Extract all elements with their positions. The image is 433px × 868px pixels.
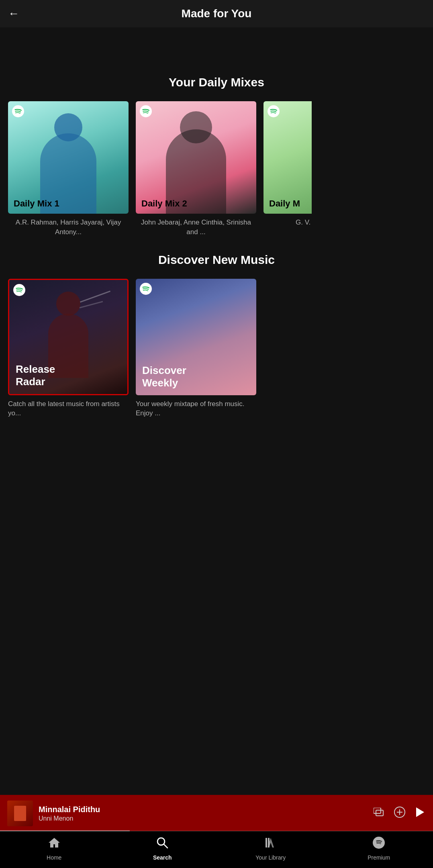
spotify-logo-dw (140, 283, 152, 295)
mix-card-3[interactable]: Daily M G. V. P Imman, Sa (263, 101, 312, 237)
discover-row: ReleaseRadar Catch all the latest music … (8, 279, 425, 419)
now-playing-controls (374, 806, 426, 821)
release-radar-card[interactable]: ReleaseRadar Catch all the latest music … (8, 279, 129, 419)
spotify-logo-mix2 (140, 105, 152, 117)
back-button[interactable]: ← (8, 7, 19, 20)
now-playing-title: Minnalai Pidithu (39, 805, 368, 814)
discover-section: Discover New Music ReleaseRadar Catch al… (0, 253, 433, 499)
mix1-desc: A.R. Rahman, Harris Jayaraj, Vijay Anton… (8, 218, 129, 237)
discover-weekly-thumb: DiscoverWeekly (136, 279, 256, 395)
discover-weekly-desc: Your weekly mixtape of fresh music. Enjo… (136, 399, 256, 419)
mix1-thumb: Daily Mix 1 (8, 101, 129, 214)
spotify-logo-mix1 (12, 105, 24, 117)
nav-item-search[interactable]: Search (146, 836, 178, 861)
nav-home-label: Home (47, 854, 61, 861)
home-icon (48, 836, 61, 852)
hero-space (0, 27, 433, 76)
discover-weekly-card[interactable]: DiscoverWeekly Your weekly mixtape of fr… (136, 279, 256, 419)
mix-card-1[interactable]: Daily Mix 1 A.R. Rahman, Harris Jayaraj,… (8, 101, 129, 237)
spotify-logo-rr (13, 284, 25, 296)
spotify-logo-mix3 (268, 105, 280, 117)
mix3-thumb: Daily M (263, 101, 312, 214)
page-title: Made for You (8, 7, 425, 20)
mix-card-2[interactable]: Daily Mix 2 John Jebaraj, Anne Cinthia, … (136, 101, 256, 237)
nav-library-label: Your Library (255, 854, 286, 861)
add-to-queue-icon[interactable] (394, 806, 406, 821)
svg-line-13 (164, 844, 167, 848)
discover-weekly-label: DiscoverWeekly (142, 364, 186, 389)
svg-point-16 (373, 837, 385, 849)
header: ← Made for You (0, 0, 433, 27)
play-button[interactable] (414, 806, 426, 821)
now-playing-artist: Unni Menon (39, 815, 368, 822)
now-playing-info: Minnalai Pidithu Unni Menon (39, 805, 368, 822)
discover-title: Discover New Music (8, 253, 425, 267)
svg-rect-14 (266, 838, 267, 848)
release-radar-label: ReleaseRadar (16, 363, 55, 388)
svg-marker-10 (416, 807, 424, 817)
nav-item-library[interactable]: Your Library (255, 836, 287, 861)
release-radar-desc: Catch all the latest music from artists … (8, 399, 129, 419)
nav-premium-label: Premium (368, 854, 390, 861)
mix3-desc: G. V. P Imman, Sa (263, 218, 312, 227)
mix2-label: Daily Mix 2 (141, 198, 187, 209)
nav-item-premium[interactable]: Premium (363, 836, 395, 861)
library-icon (264, 836, 277, 852)
mix2-thumb: Daily Mix 2 (136, 101, 256, 214)
mix2-desc: John Jebaraj, Anne Cinthia, Srinisha and… (136, 218, 256, 237)
now-playing-thumb (7, 801, 33, 826)
now-playing-bar[interactable]: Minnalai Pidithu Unni Menon (0, 795, 433, 832)
release-radar-thumb: ReleaseRadar (8, 279, 129, 395)
nav-search-label: Search (153, 854, 172, 861)
spotify-premium-icon (372, 836, 385, 852)
daily-mixes-row: Daily Mix 1 A.R. Rahman, Harris Jayaraj,… (8, 101, 425, 237)
mix3-label: Daily M (269, 198, 300, 209)
search-icon (156, 836, 169, 852)
bottom-nav: Home Search Your Library (0, 831, 433, 868)
daily-mixes-section: Your Daily Mixes Daily Mix 1 A.R. Rahman… (0, 76, 433, 253)
connect-device-icon[interactable] (374, 808, 386, 819)
daily-mixes-title: Your Daily Mixes (8, 76, 425, 89)
nav-item-home[interactable]: Home (38, 836, 70, 861)
mix1-label: Daily Mix 1 (14, 198, 59, 209)
